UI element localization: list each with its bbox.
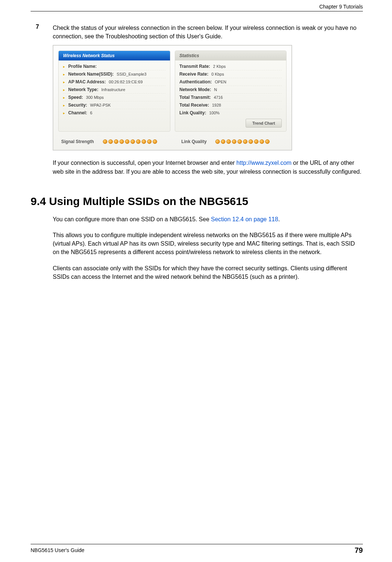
row-value: SSID_Example3 bbox=[117, 72, 146, 76]
row-value: 0 Kbps bbox=[211, 72, 224, 76]
row-value: 300 Mbps bbox=[86, 95, 104, 100]
section-p1: You can configure more than one SSID on … bbox=[53, 215, 363, 223]
status-row: ▸Network Type:Infrastructure bbox=[63, 86, 166, 94]
meter-dot-icon bbox=[103, 139, 107, 144]
row-value: 4716 bbox=[214, 95, 223, 100]
meter-dot-icon bbox=[249, 139, 253, 144]
meter-dot-icon bbox=[226, 139, 231, 144]
footer-guide: NBG5615 User's Guide bbox=[31, 547, 84, 553]
wireless-status-header: Wireless Network Status bbox=[59, 51, 170, 60]
row-value: N bbox=[214, 87, 217, 92]
status-row: ▸AP MAC Address:00:26:82:19:CE:69 bbox=[63, 78, 166, 86]
row-label: Link Quality: bbox=[180, 110, 207, 115]
stat-row: Receive Rate:0 Kbps bbox=[180, 70, 282, 78]
row-label: Transmit Rate: bbox=[180, 64, 210, 69]
meter-dot-icon bbox=[243, 139, 247, 144]
bullet-icon: ▸ bbox=[63, 80, 67, 84]
row-label: Total Receive: bbox=[180, 103, 209, 108]
wireless-status-screenshot: Wireless Network Status ▸Profile Name:▸N… bbox=[53, 45, 292, 150]
row-value: 6 bbox=[90, 111, 92, 115]
row-label: Security: bbox=[68, 103, 87, 108]
wireless-status-panel: Wireless Network Status ▸Profile Name:▸N… bbox=[58, 51, 170, 132]
signal-strength-meter bbox=[103, 139, 157, 144]
signal-strength-label: Signal Strength bbox=[61, 139, 94, 144]
meter-dot-icon bbox=[232, 139, 236, 144]
stat-row: Transmit Rate:2 Kbps bbox=[180, 63, 282, 70]
p1a: You can configure more than one SSID on … bbox=[53, 216, 211, 222]
row-label: Receive Rate: bbox=[180, 72, 209, 77]
step-7: 7 Check the status of your wireless conn… bbox=[31, 24, 363, 41]
section-12-4-link[interactable]: Section 12.4 on page 118 bbox=[211, 216, 278, 222]
row-label: Profile Name: bbox=[68, 64, 97, 69]
row-value: OPEN bbox=[215, 80, 226, 84]
statistics-header: Statistics bbox=[175, 51, 287, 60]
footer-rule bbox=[31, 544, 363, 544]
bullet-icon: ▸ bbox=[63, 111, 67, 115]
meter-dot-icon bbox=[153, 139, 157, 144]
stat-row: Total Transmit:4716 bbox=[180, 94, 282, 101]
section-9-4-title: 9.4 Using Multiple SSIDs on the NBG5615 bbox=[31, 195, 363, 208]
stat-row: Link Quality:100% bbox=[180, 109, 282, 117]
meter-dot-icon bbox=[265, 139, 270, 144]
step-text: Check the status of your wireless connec… bbox=[53, 24, 363, 41]
after-part1: If your connection is successful, open y… bbox=[53, 160, 236, 166]
row-value: 00:26:82:19:CE:69 bbox=[109, 80, 143, 84]
row-label: AP MAC Address: bbox=[68, 79, 106, 84]
meter-dot-icon bbox=[131, 139, 135, 144]
meter-dot-icon bbox=[136, 139, 141, 144]
meter-dot-icon bbox=[142, 139, 146, 144]
link-quality-label: Link Quality bbox=[181, 139, 207, 144]
row-label: Speed: bbox=[68, 95, 83, 100]
footer-page: 79 bbox=[355, 546, 363, 555]
meter-dot-icon bbox=[254, 139, 259, 144]
meter-dot-icon bbox=[147, 139, 152, 144]
meter-dot-icon bbox=[108, 139, 113, 144]
row-value: 2 Kbps bbox=[213, 64, 226, 69]
status-row: ▸Profile Name: bbox=[63, 63, 166, 70]
zyxel-link[interactable]: http://www.zyxel.com bbox=[236, 160, 291, 166]
meter-dot-icon bbox=[221, 139, 225, 144]
step-number: 7 bbox=[31, 24, 53, 30]
header-rule bbox=[31, 11, 363, 11]
bullet-icon: ▸ bbox=[63, 96, 67, 100]
stat-row: Network Mode:N bbox=[180, 86, 282, 94]
bullet-icon: ▸ bbox=[63, 72, 67, 76]
stat-row: Authentication:OPEN bbox=[180, 78, 282, 86]
bullet-icon: ▸ bbox=[63, 88, 67, 92]
statistics-panel: Statistics Transmit Rate:2 KbpsReceive R… bbox=[175, 51, 287, 132]
status-row: ▸Channel:6 bbox=[63, 109, 166, 117]
meter-dot-icon bbox=[114, 139, 118, 144]
row-label: Channel: bbox=[68, 110, 87, 115]
row-label: Network Mode: bbox=[180, 87, 211, 92]
meter-dot-icon bbox=[119, 139, 124, 144]
status-row: ▸Network Name(SSID):SSID_Example3 bbox=[63, 70, 166, 78]
link-quality-meter bbox=[215, 139, 270, 144]
meter-bar: Signal Strength Link Quality bbox=[58, 137, 287, 146]
p1b: . bbox=[278, 216, 280, 222]
row-label: Network Name(SSID): bbox=[68, 72, 114, 77]
status-row: ▸Speed:300 Mbps bbox=[63, 94, 166, 101]
bullet-icon: ▸ bbox=[63, 65, 67, 69]
row-label: Network Type: bbox=[68, 87, 98, 92]
meter-dot-icon bbox=[260, 139, 264, 144]
meter-dot-icon bbox=[237, 139, 242, 144]
row-label: Total Transmit: bbox=[180, 95, 211, 100]
row-value: 100% bbox=[209, 111, 219, 115]
after-paragraph: If your connection is successful, open y… bbox=[53, 159, 363, 176]
bullet-icon: ▸ bbox=[63, 103, 67, 107]
status-row: ▸Security:WPA2-PSK bbox=[63, 101, 166, 109]
row-value: 1928 bbox=[212, 103, 221, 107]
row-value: Infrastructure bbox=[101, 87, 125, 92]
stat-row: Total Receive:1928 bbox=[180, 101, 282, 109]
trend-chart-button[interactable]: Trend Chart bbox=[246, 119, 282, 128]
chapter-label: Chapter 9 Tutorials bbox=[319, 4, 363, 10]
section-p3: Clients can associate only with the SSID… bbox=[53, 264, 363, 281]
meter-dot-icon bbox=[215, 139, 220, 144]
row-label: Authentication: bbox=[180, 79, 212, 84]
meter-dot-icon bbox=[125, 139, 129, 144]
section-p2: This allows you to configure multiple in… bbox=[53, 231, 363, 257]
row-value: WPA2-PSK bbox=[90, 103, 111, 107]
